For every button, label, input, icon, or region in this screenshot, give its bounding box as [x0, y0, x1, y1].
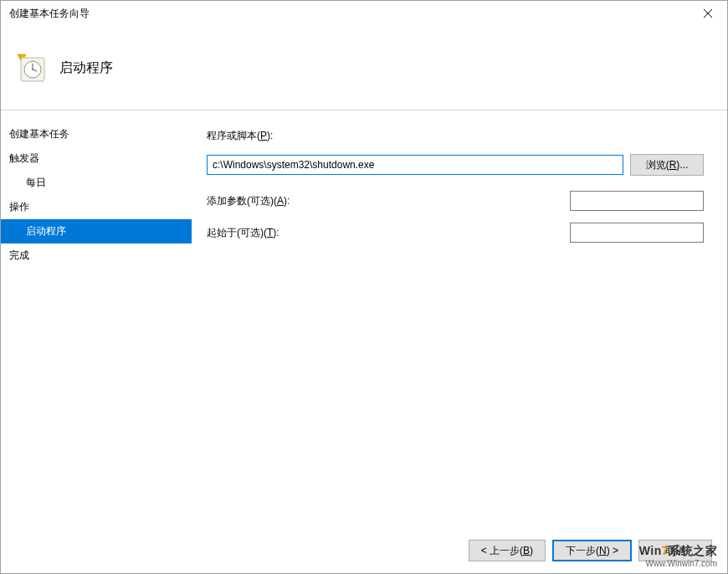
sidebar-item-daily[interactable]: 每日 [1, 171, 192, 195]
next-button[interactable]: 下一步(N) > [552, 540, 632, 561]
arguments-label: 添加参数(可选)(A): [207, 194, 290, 208]
wizard-body: 创建基本任务 触发器 每日 操作 启动程序 完成 程序或脚本(P): 浏览(R)… [1, 110, 727, 528]
svg-point-7 [32, 69, 33, 70]
wizard-header: 启动程序 [1, 26, 727, 110]
task-scheduler-icon [16, 53, 46, 83]
wizard-footer: < 上一步(B) 下一步(N) > 取消 Win7系统之家 Www.Winwin… [1, 528, 727, 573]
startin-label: 起始于(可选)(T): [207, 226, 279, 240]
sidebar-item-start-program[interactable]: 启动程序 [1, 219, 192, 243]
window-title: 创建基本任务向导 [9, 7, 90, 21]
sidebar-item-finish[interactable]: 完成 [1, 243, 192, 268]
program-input-row: 浏览(R)... [207, 154, 704, 176]
close-button[interactable] [689, 1, 727, 26]
close-icon [704, 9, 712, 18]
cancel-button[interactable]: 取消 [638, 540, 712, 561]
startin-row: 起始于(可选)(T): [207, 223, 704, 243]
arguments-row: 添加参数(可选)(A): [207, 191, 704, 211]
program-label-row: 程序或脚本(P): [207, 126, 704, 146]
startin-input[interactable] [570, 223, 704, 243]
program-path-input[interactable] [207, 155, 623, 175]
arguments-input[interactable] [570, 191, 704, 211]
sidebar-item-create-task[interactable]: 创建基本任务 [1, 122, 192, 146]
browse-button[interactable]: 浏览(R)... [630, 154, 704, 176]
titlebar: 创建基本任务向导 [1, 1, 727, 26]
sidebar-item-action[interactable]: 操作 [1, 195, 192, 219]
wizard-step-title: 启动程序 [59, 59, 113, 77]
sidebar-item-trigger[interactable]: 触发器 [1, 146, 192, 171]
program-script-label: 程序或脚本(P): [207, 129, 273, 143]
back-button[interactable]: < 上一步(B) [469, 540, 546, 561]
wizard-sidebar: 创建基本任务 触发器 每日 操作 启动程序 完成 [1, 110, 192, 528]
wizard-window: 创建基本任务向导 启动程序 创建基本任务 触发器 每日 操作 启 [0, 0, 728, 574]
wizard-main: 程序或脚本(P): 浏览(R)... 添加参数(可选)(A): 起始于(可选)(… [192, 110, 727, 528]
